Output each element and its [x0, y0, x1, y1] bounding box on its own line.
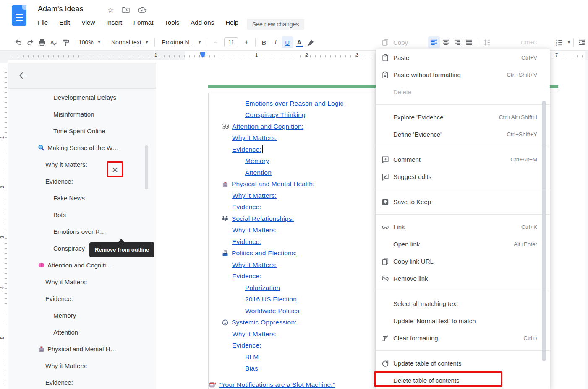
close-outline-arrow-icon[interactable] [18, 70, 29, 81]
menu-item-save-to-keep[interactable]: Save to Keep [376, 193, 550, 210]
outline-item[interactable]: Evidence: [8, 290, 156, 307]
outline-item[interactable]: Making Sense of the W… [8, 139, 156, 156]
text-color-button[interactable]: A [293, 36, 305, 48]
menu-item-comment[interactable]: CommentCtrl+Alt+M [376, 151, 550, 168]
toc-link[interactable]: 2016 US Election [245, 296, 297, 303]
redo-button[interactable] [24, 36, 36, 48]
toc-link[interactable]: Emotions over Reason and Logic [245, 100, 343, 107]
italic-button[interactable]: I [270, 36, 282, 48]
menubar-item-tools[interactable]: Tools [165, 19, 179, 26]
underline-button[interactable]: U [282, 36, 293, 48]
see-new-changes-button[interactable]: See new changes [247, 19, 304, 30]
menu-item-paste-without-formatting[interactable]: APaste without formattingCtrl+Shift+V [376, 66, 550, 83]
toc-link[interactable]: Politics and Elections: [232, 249, 297, 257]
toc-link[interactable]: Social Relationships: [232, 215, 294, 223]
outline-item[interactable]: Bots [8, 206, 156, 223]
menubar-item-file[interactable]: File [38, 19, 48, 26]
outline-item[interactable]: Misinformation [8, 106, 156, 122]
toc-link[interactable]: Physical and Mental Health: [232, 180, 315, 188]
outline-item[interactable]: Why it Matters: [8, 156, 156, 173]
paint-format-button[interactable] [60, 36, 71, 48]
menu-item-suggest-edits[interactable]: Suggest edits [376, 168, 550, 185]
toc-link[interactable]: Evidence: [232, 342, 261, 349]
toc-link[interactable]: Polarization [245, 284, 280, 292]
toc-link[interactable]: Memory [245, 157, 269, 165]
document-scrollbar[interactable] [585, 60, 588, 389]
outline-scrollbar[interactable] [145, 145, 148, 189]
context-menu-scrollbar[interactable] [542, 101, 546, 361]
toc-link[interactable]: Why it Matters: [232, 330, 277, 338]
vertical-ruler[interactable]: 12345 [0, 63, 8, 389]
bold-button[interactable]: B [258, 36, 270, 48]
menu-item-update-normal-text-to-match[interactable]: Update 'Normal text' to match [376, 312, 550, 329]
font-size-input[interactable]: 11 [224, 37, 238, 47]
toc-link[interactable]: Why it Matters: [232, 192, 277, 200]
menu-item-copy-link-url[interactable]: Copy link URL [376, 253, 550, 270]
menu-item-clear-formatting[interactable]: Clear formattingCtrl+\ [376, 329, 550, 347]
outline-item[interactable]: Memory [8, 307, 156, 324]
google-docs-logo-icon[interactable] [12, 5, 26, 26]
toc-link[interactable]: Evidence: [232, 146, 261, 153]
outline-item[interactable]: Emotions over R… [8, 223, 156, 240]
outline-item[interactable]: Attention [8, 324, 156, 340]
toc-link[interactable]: BLM [245, 353, 259, 361]
paragraph-style-select[interactable]: Normal text▼ [107, 36, 152, 48]
chevron-down-icon: ▼ [97, 40, 101, 44]
toc-link[interactable]: “Your Notifications are a Slot Machine.” [219, 381, 335, 389]
menubar-item-add-ons[interactable]: Add-ons [191, 19, 214, 26]
menu-item-label: Define 'Evidence' [393, 131, 507, 138]
left-indent-marker[interactable] [200, 52, 205, 54]
toc-link[interactable]: Bias [245, 365, 258, 372]
menu-item-link[interactable]: LinkCtrl+K [376, 218, 550, 236]
menu-item-select-all-matching-text[interactable]: Select all matching text [376, 295, 550, 312]
toc-link[interactable]: Conspiracy Thinking [245, 111, 306, 119]
outline-item[interactable]: Why it Matters: [8, 273, 156, 290]
font-select[interactable]: Proxima N...▼ [157, 36, 204, 48]
toc-link[interactable]: Why it Matters: [232, 261, 277, 269]
outline-item[interactable]: Fake News [8, 189, 156, 206]
toc-link[interactable]: Why it Matters: [232, 134, 277, 142]
toc-link[interactable]: Attention and Cognition: [232, 123, 303, 130]
outline-item[interactable]: Attention and Cogniti… [8, 257, 156, 273]
star-icon[interactable]: ☆ [107, 6, 114, 15]
chevron-down-icon[interactable]: ▼ [567, 40, 571, 44]
numbered-list-button[interactable]: 123 [553, 36, 565, 48]
menubar-item-view[interactable]: View [81, 19, 95, 26]
menu-item-paste[interactable]: PasteCtrl+V [376, 49, 550, 66]
print-button[interactable] [36, 36, 48, 48]
toc-link[interactable]: Evidence: [232, 238, 261, 246]
menu-item-open-link[interactable]: Open linkAlt+Enter [376, 236, 550, 253]
outline-item[interactable]: Physical and Mental H… [8, 340, 156, 357]
menu-item-explore-evidence[interactable]: Explore 'Evidence'Ctrl+Alt+Shift+I [376, 109, 550, 126]
menubar-item-insert[interactable]: Insert [106, 19, 122, 26]
toc-link[interactable]: Evidence: [232, 272, 261, 280]
cloud-status-icon[interactable] [138, 7, 146, 13]
highlight-color-button[interactable] [305, 36, 317, 48]
undo-button[interactable] [13, 36, 24, 48]
outline-item[interactable]: Developmental Delays [8, 89, 156, 106]
zoom-select[interactable]: 100%▼ [77, 36, 101, 48]
toc-link[interactable]: Evidence: [232, 203, 261, 211]
document-title[interactable]: Adam's Ideas [38, 5, 84, 13]
spellcheck-button[interactable]: A [48, 36, 60, 48]
toc-link[interactable]: Why it Matters: [232, 226, 277, 234]
menubar-item-help[interactable]: Help [225, 19, 238, 26]
toc-link[interactable]: Worldwide Politics [245, 307, 299, 315]
menu-item-define-evidence[interactable]: Define 'Evidence'Ctrl+Shift+Y [376, 126, 550, 143]
toc-link[interactable]: Attention [245, 169, 272, 176]
outline-item[interactable]: Evidence: [8, 374, 156, 389]
vruler-number: 1 [0, 136, 5, 139]
indent-decrease-button[interactable] [576, 36, 588, 48]
move-folder-icon[interactable] [122, 7, 130, 13]
menu-item-update-table-of-contents[interactable]: Update table of contents [376, 355, 550, 372]
outline-item[interactable]: Evidence: [8, 173, 156, 189]
font-size-increase-button[interactable]: + [241, 36, 253, 48]
outline-item[interactable]: Why it Matters: [8, 357, 156, 374]
menubar-item-edit[interactable]: Edit [59, 19, 70, 26]
toc-link[interactable]: Systemic Oppression: [232, 319, 297, 326]
menubar-item-format[interactable]: Format [133, 19, 154, 26]
font-size-decrease-button[interactable]: − [210, 36, 222, 48]
first-line-indent-marker[interactable] [200, 54, 205, 58]
outline-item[interactable]: Time Spent Online [8, 122, 156, 139]
menu-item-remove-link[interactable]: Remove link [376, 270, 550, 287]
